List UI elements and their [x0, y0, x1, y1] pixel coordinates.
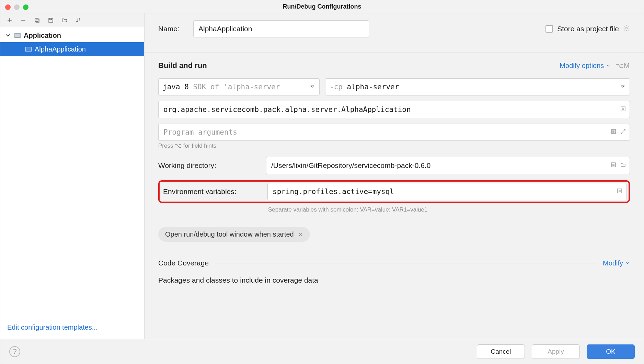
tree-node-alphaapplication[interactable]: AlphaApplication [0, 42, 144, 56]
code-coverage-header: Code Coverage [158, 259, 209, 267]
environment-variables-row: Environment variables: spring.profiles.a… [158, 180, 630, 203]
env-label: Environment variables: [162, 187, 261, 196]
help-icon: ? [13, 348, 16, 355]
env-value: spring.profiles.active=mysql [273, 187, 394, 196]
window-controls [5, 4, 28, 10]
tree-node-label: Application [24, 32, 61, 39]
env-hint-text: Separate variables with semicolon: VAR=v… [268, 206, 630, 213]
minimize-window-button[interactable] [14, 4, 20, 10]
svg-rect-0 [36, 19, 39, 22]
apply-button[interactable]: Apply [532, 344, 580, 359]
list-icon[interactable] [617, 187, 623, 196]
working-dir-value: /Users/lixin/GitRepository/servicecomb-p… [271, 161, 430, 170]
name-value: AlphaApplication [198, 25, 252, 33]
jdk-selector[interactable]: java 8 SDK of 'alpha-server [158, 78, 320, 95]
chip-label: Open run/debug tool window when started [165, 230, 294, 238]
options-chips: Open run/debug tool window when started … [158, 227, 630, 242]
modify-coverage-link[interactable]: Modify [603, 259, 630, 267]
section-title: Build and run [158, 61, 207, 70]
main-class-value: org.apache.servicecomb.pack.alpha.server… [163, 105, 411, 114]
close-window-button[interactable] [5, 4, 11, 10]
folder-icon [14, 32, 21, 39]
chevron-down-icon [625, 261, 630, 265]
chevron-down-icon [4, 32, 11, 39]
working-dir-label: Working directory: [158, 161, 258, 170]
name-label: Name: [158, 25, 188, 33]
folder-icon[interactable] [620, 161, 626, 170]
folder-arrow-icon [61, 17, 68, 24]
list-icon[interactable] [610, 161, 617, 170]
application-icon [25, 46, 32, 53]
classpath-selector[interactable]: -cp alpha-server [325, 78, 630, 95]
section-divider [145, 53, 644, 53]
configuration-tree: Application AlphaApplication [0, 27, 144, 318]
modify-options-link[interactable]: Modify options [560, 62, 611, 70]
sidebar-footer: Edit configuration templates... [0, 318, 144, 339]
coverage-packages-label: Packages and classes to include in cover… [158, 276, 630, 284]
working-directory-row: Working directory: /Users/lixin/GitRepos… [158, 157, 630, 174]
dropdown-caret-icon [620, 83, 625, 91]
sort-icon [75, 17, 82, 24]
ok-button[interactable]: OK [587, 344, 635, 359]
store-label: Store as project file [557, 25, 619, 33]
run-debug-configurations-window: Run/Debug Configurations [0, 0, 644, 364]
field-hints-text: Press ⌥ for field hints [158, 142, 630, 149]
dropdown-caret-icon [310, 83, 315, 91]
keyboard-shortcut: ⌥M [616, 61, 630, 70]
window-title: Run/Debug Configurations [283, 3, 361, 10]
cancel-button[interactable]: Cancel [477, 344, 525, 359]
dialog-footer: ? Cancel Apply OK [0, 339, 644, 364]
save-icon [47, 17, 54, 24]
main-form: Name: AlphaApplication Store as project … [145, 13, 644, 339]
main-class-input[interactable]: org.apache.servicecomb.pack.alpha.server… [158, 101, 630, 118]
env-variables-input[interactable]: spring.profiles.active=mysql [267, 183, 626, 200]
sdk-classpath-row: java 8 SDK of 'alpha-server -cp alpha-se… [158, 78, 630, 95]
sidebar-toolbar [0, 13, 144, 27]
gear-icon[interactable] [623, 25, 630, 33]
store-as-project-file[interactable]: Store as project file [545, 25, 630, 33]
program-args-placeholder: Program arguments [163, 128, 237, 136]
help-button[interactable]: ? [9, 346, 20, 357]
copy-icon [34, 17, 41, 24]
edit-templates-link[interactable]: Edit configuration templates... [7, 323, 97, 331]
build-and-run-header: Build and run Modify options ⌥M [158, 61, 630, 70]
program-arguments-input[interactable]: Program arguments [158, 124, 630, 141]
svg-point-2 [626, 27, 628, 29]
list-icon[interactable] [610, 128, 617, 136]
dialog-body: Application AlphaApplication Edit config… [0, 13, 644, 339]
working-dir-input[interactable]: /Users/lixin/GitRepository/servicecomb-p… [266, 157, 630, 174]
remove-configuration-button[interactable] [20, 16, 27, 24]
sidebar: Application AlphaApplication Edit config… [0, 13, 145, 339]
tree-node-label: AlphaApplication [35, 45, 86, 53]
titlebar: Run/Debug Configurations [0, 0, 644, 13]
minus-icon [20, 17, 27, 24]
chevron-down-icon [606, 63, 611, 68]
save-configuration-button[interactable] [47, 16, 55, 24]
svg-rect-1 [35, 18, 38, 21]
expand-icon[interactable] [620, 128, 626, 136]
folder-action-button[interactable] [61, 16, 68, 24]
list-icon[interactable] [620, 105, 626, 114]
code-coverage-divider: Code Coverage Modify [158, 259, 630, 267]
open-tool-window-chip[interactable]: Open run/debug tool window when started … [158, 227, 310, 242]
copy-configuration-button[interactable] [33, 16, 41, 24]
tree-node-application[interactable]: Application [0, 29, 144, 42]
name-row: Name: AlphaApplication Store as project … [158, 20, 630, 37]
divider-line [215, 263, 597, 263]
name-input[interactable]: AlphaApplication [193, 20, 369, 37]
remove-chip-icon[interactable]: ✕ [298, 231, 303, 238]
checkbox-icon [545, 25, 553, 33]
add-configuration-button[interactable] [6, 16, 13, 24]
sort-button[interactable] [74, 16, 82, 24]
plus-icon [6, 17, 13, 24]
footer-buttons: Cancel Apply OK [477, 344, 635, 359]
maximize-window-button[interactable] [23, 4, 28, 10]
